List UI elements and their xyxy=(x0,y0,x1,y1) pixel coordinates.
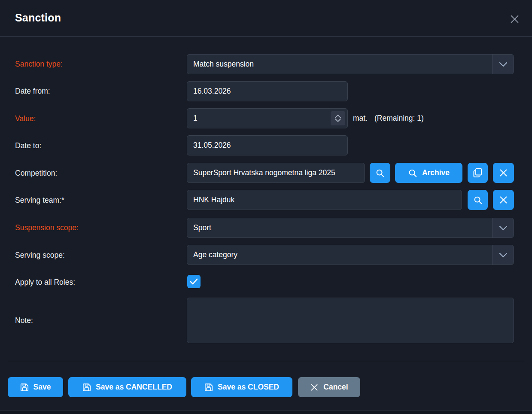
chevron-down-icon[interactable] xyxy=(492,55,514,74)
note-label: Note: xyxy=(15,316,33,325)
cancel-button-label: Cancel xyxy=(323,383,348,392)
footer-divider xyxy=(8,361,524,361)
x-icon xyxy=(310,383,319,392)
close-icon xyxy=(509,13,520,25)
save-button[interactable]: Save xyxy=(8,377,63,397)
sanction-type-label: Sanction type: xyxy=(15,60,63,69)
date-from-input[interactable] xyxy=(187,81,348,101)
competition-clear-button[interactable] xyxy=(493,163,514,183)
serving-scope-select[interactable]: Age category xyxy=(187,245,514,265)
value-unit-text: mat. xyxy=(353,114,368,123)
apply-roles-checkbox[interactable] xyxy=(187,275,201,288)
date-to-input[interactable] xyxy=(187,135,348,155)
competition-label: Competition: xyxy=(15,169,57,178)
sanction-dialog: Sanction Sanction type: Match suspension… xyxy=(0,0,532,414)
serving-team-input[interactable] xyxy=(187,190,462,210)
value-remaining-text: (Remaining: 1) xyxy=(374,114,424,123)
check-icon xyxy=(190,278,198,285)
serving-team-clear-button[interactable] xyxy=(493,190,514,210)
save-button-label: Save xyxy=(33,383,51,392)
page-edge-strip xyxy=(0,410,532,414)
floppy-icon xyxy=(82,383,91,392)
archive-button-label: Archive xyxy=(422,168,450,177)
value-label: Value: xyxy=(15,114,36,123)
sanction-type-value: Match suspension xyxy=(187,55,492,74)
floppy-icon xyxy=(204,383,213,392)
value-suffix-row: mat. (Remaining: 1) xyxy=(353,108,424,128)
cancel-button[interactable]: Cancel xyxy=(298,377,360,397)
chevron-down-icon[interactable] xyxy=(492,245,514,265)
chevron-up-icon xyxy=(335,115,341,118)
competition-input[interactable] xyxy=(187,163,365,183)
apply-roles-label: Apply to all Roles: xyxy=(15,278,75,287)
chevron-down-icon xyxy=(335,119,341,122)
suspension-scope-value: Sport xyxy=(187,218,492,237)
save-as-cancelled-label: Save as CANCELLED xyxy=(96,383,172,392)
serving-scope-value: Age category xyxy=(187,245,492,265)
copy-icon xyxy=(473,168,482,178)
dialog-title: Sanction xyxy=(15,12,61,24)
value-input[interactable] xyxy=(187,108,348,128)
close-button[interactable] xyxy=(508,12,521,25)
note-textarea[interactable] xyxy=(187,298,514,343)
serving-team-label: Serving team:* xyxy=(15,196,64,205)
date-to-label: Date to: xyxy=(15,141,41,150)
serving-scope-label: Serving scope: xyxy=(15,251,65,260)
x-icon xyxy=(499,195,508,204)
x-icon xyxy=(499,168,508,177)
date-from-label: Date from: xyxy=(15,87,50,96)
value-field xyxy=(187,108,348,128)
competition-archive-search-button[interactable]: Archive xyxy=(395,163,462,183)
serving-team-search-button[interactable] xyxy=(468,190,488,210)
search-icon xyxy=(375,168,385,178)
value-stepper[interactable] xyxy=(331,111,345,125)
chevron-down-icon[interactable] xyxy=(492,218,514,237)
save-as-closed-button[interactable]: Save as CLOSED xyxy=(191,377,292,397)
search-icon xyxy=(473,195,483,205)
competition-copy-button[interactable] xyxy=(468,163,488,183)
suspension-scope-label: Suspension scope: xyxy=(15,223,79,232)
dialog-header: Sanction xyxy=(0,0,532,36)
competition-search-button[interactable] xyxy=(370,163,390,183)
sanction-type-select[interactable]: Match suspension xyxy=(187,54,514,74)
floppy-icon xyxy=(20,383,29,392)
save-as-closed-label: Save as CLOSED xyxy=(218,383,279,392)
header-divider xyxy=(0,36,532,37)
suspension-scope-select[interactable]: Sport xyxy=(187,218,514,238)
search-icon xyxy=(408,168,417,178)
save-as-cancelled-button[interactable]: Save as CANCELLED xyxy=(68,377,186,397)
